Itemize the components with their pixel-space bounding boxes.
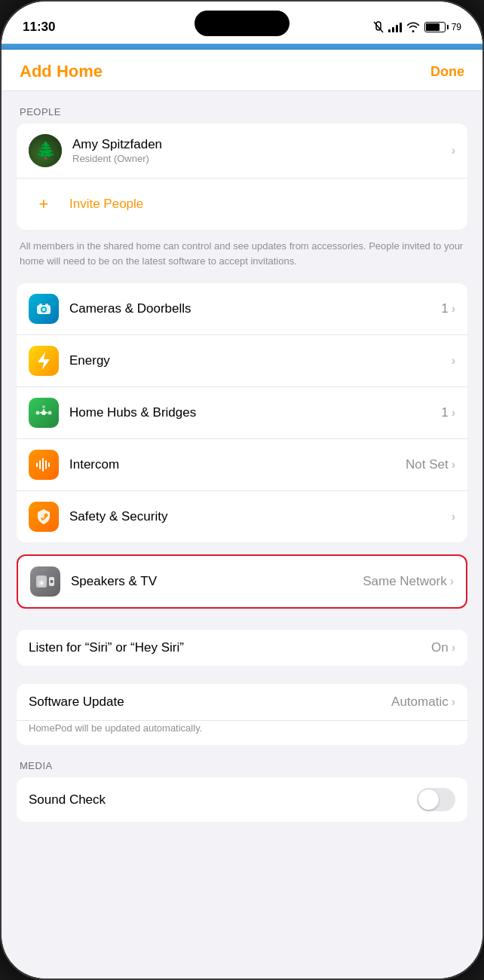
svg-point-23 xyxy=(51,580,54,583)
software-chevron: › xyxy=(452,695,455,709)
software-content: Software Update xyxy=(29,695,391,710)
hubs-label: Home Hubs & Bridges xyxy=(69,405,196,420)
energy-row[interactable]: Energy › xyxy=(17,335,467,387)
software-right: Automatic › xyxy=(391,695,455,710)
intercom-row[interactable]: Intercom Not Set › xyxy=(17,439,467,491)
safety-row[interactable]: Safety & Security › xyxy=(17,491,467,542)
speakers-value: Same Network xyxy=(363,574,446,589)
user-row[interactable]: Amy Spitzfaden Resident (Owner) › xyxy=(17,124,467,179)
siri-right: On › xyxy=(431,640,455,655)
hubs-row[interactable]: Home Hubs & Bridges 1 › xyxy=(17,387,467,439)
safety-content: Safety & Security xyxy=(69,509,452,524)
done-button[interactable]: Done xyxy=(430,64,464,80)
invite-label: Invite People xyxy=(69,197,143,212)
cameras-icon xyxy=(29,294,59,324)
intercom-content: Intercom xyxy=(69,457,406,472)
media-card: Sound Check xyxy=(17,777,467,822)
speakers-content: Speakers & TV xyxy=(71,574,363,589)
energy-right: › xyxy=(452,354,455,368)
svg-point-7 xyxy=(36,411,40,415)
cameras-right: 1 › xyxy=(441,301,455,316)
hubs-icon-container xyxy=(29,398,59,428)
software-desc-row: HomePod will be updated automatically. xyxy=(17,721,467,745)
invite-description: All members in the shared home can contr… xyxy=(2,230,482,283)
svg-rect-13 xyxy=(36,463,38,467)
svg-line-0 xyxy=(374,22,383,32)
svg-point-6 xyxy=(41,411,46,415)
signal-bar-2 xyxy=(392,27,394,32)
sound-check-toggle[interactable] xyxy=(417,788,455,811)
cameras-value: 1 xyxy=(441,301,448,316)
intercom-label: Intercom xyxy=(69,457,119,472)
signal-bar-3 xyxy=(396,25,398,32)
intercom-icon-container xyxy=(29,450,59,480)
svg-rect-15 xyxy=(42,458,44,472)
energy-content: Energy xyxy=(69,353,452,368)
speakers-right: Same Network › xyxy=(363,574,454,589)
hubs-chevron: › xyxy=(452,406,455,420)
hubs-content: Home Hubs & Bridges xyxy=(69,405,441,420)
status-bar: 11:30 xyxy=(2,2,482,44)
software-row[interactable]: Software Update Automatic › xyxy=(17,684,467,721)
user-name: Amy Spitzfaden xyxy=(72,137,452,152)
software-description: HomePod will be updated automatically. xyxy=(29,722,202,734)
intercom-chevron: › xyxy=(452,458,455,472)
software-card: Software Update Automatic › HomePod will… xyxy=(17,684,467,745)
cameras-row[interactable]: Cameras & Doorbells 1 › xyxy=(17,283,467,335)
svg-rect-17 xyxy=(48,463,50,467)
cameras-content: Cameras & Doorbells xyxy=(69,301,441,316)
software-value: Automatic xyxy=(391,695,449,710)
svg-point-9 xyxy=(42,405,45,408)
svg-rect-5 xyxy=(45,304,48,306)
status-icons: 79 xyxy=(373,21,461,33)
signal-bar-1 xyxy=(388,29,391,32)
cameras-label: Cameras & Doorbells xyxy=(69,301,191,316)
speakers-tv-highlighted-container: Speakers & TV Same Network › xyxy=(17,554,467,609)
safety-label: Safety & Security xyxy=(69,509,167,524)
wifi-icon xyxy=(406,22,420,32)
battery-indicator: 79 xyxy=(424,22,461,32)
siri-value: On xyxy=(431,640,449,655)
user-info: Amy Spitzfaden Resident (Owner) xyxy=(72,137,452,164)
dynamic-island xyxy=(195,11,289,36)
speakers-label: Speakers & TV xyxy=(71,574,157,588)
intercom-right: Not Set › xyxy=(406,457,455,472)
hubs-right: 1 › xyxy=(441,405,455,420)
sound-check-right xyxy=(417,788,455,811)
avatar-image xyxy=(29,134,62,167)
sound-check-row[interactable]: Sound Check xyxy=(17,777,467,822)
speakers-chevron: › xyxy=(450,575,454,588)
status-time: 11:30 xyxy=(23,20,55,35)
siri-content: Listen for “Siri” or “Hey Siri” xyxy=(29,640,431,655)
mute-icon xyxy=(373,21,384,33)
hubs-value: 1 xyxy=(441,405,448,420)
user-chevron: › xyxy=(452,144,455,157)
signal-bars xyxy=(388,22,402,32)
sound-check-label: Sound Check xyxy=(29,792,106,807)
avatar xyxy=(29,134,62,167)
svg-rect-14 xyxy=(39,460,41,469)
software-label: Software Update xyxy=(29,695,124,709)
user-row-right: › xyxy=(452,144,455,157)
siri-row[interactable]: Listen for “Siri” or “Hey Siri” On › xyxy=(17,630,467,666)
siri-chevron: › xyxy=(452,641,455,655)
content-area: Add Home Done PEOPLE Amy Spitzfaden Resi… xyxy=(2,50,482,978)
intercom-value: Not Set xyxy=(406,457,449,472)
screen: 11:30 xyxy=(2,2,482,978)
svg-rect-4 xyxy=(39,304,42,306)
signal-bar-4 xyxy=(400,23,402,32)
phone-frame: 11:30 xyxy=(0,0,484,980)
siri-card: Listen for “Siri” or “Hey Siri” On › xyxy=(17,630,467,666)
speakers-row[interactable]: Speakers & TV Same Network › xyxy=(18,556,466,607)
svg-point-3 xyxy=(42,308,45,311)
nav-header: Add Home Done xyxy=(2,50,482,91)
svg-rect-16 xyxy=(45,460,47,469)
media-section-label: MEDIA xyxy=(2,745,482,777)
energy-icon-container xyxy=(29,346,59,376)
energy-chevron: › xyxy=(452,354,455,368)
battery-level: 79 xyxy=(452,22,461,32)
safety-chevron: › xyxy=(452,510,455,524)
invite-row[interactable]: + Invite People xyxy=(17,179,467,230)
svg-point-21 xyxy=(41,582,43,585)
page-title: Add Home xyxy=(20,62,103,81)
